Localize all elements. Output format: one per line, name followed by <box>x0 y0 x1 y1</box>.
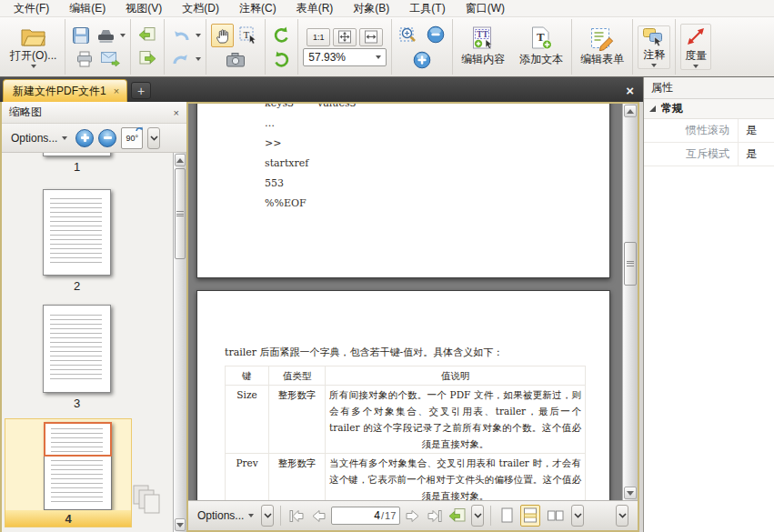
rotate-90-button[interactable]: 90° <box>121 127 143 149</box>
redo-dropdown-caret-icon[interactable] <box>196 57 201 61</box>
page3-line: 553 <box>265 174 609 194</box>
scan-button[interactable] <box>95 25 117 46</box>
select-text-button[interactable]: T <box>236 24 260 47</box>
document-view[interactable]: keys3 values3 … >> startxref 553 %%EOF t… <box>186 102 639 532</box>
menu-document[interactable]: 文档(D) <box>172 0 229 17</box>
prev-page-button[interactable] <box>310 507 327 525</box>
viewport-indicator[interactable] <box>44 422 112 457</box>
actual-size-button[interactable]: 1:1 <box>307 28 330 46</box>
paste-back-button[interactable] <box>136 25 159 46</box>
scroll-up-button[interactable] <box>624 105 637 117</box>
nav-options-button[interactable]: Options... <box>194 507 257 525</box>
triangle-up-icon <box>176 158 184 163</box>
scroll-down-button[interactable] <box>624 487 637 499</box>
layout-expand-button[interactable] <box>571 505 584 527</box>
menu-tools[interactable]: 工具(T) <box>399 0 455 17</box>
open-dropdown-caret-icon[interactable] <box>31 65 36 68</box>
continuous-view-button[interactable] <box>520 505 540 527</box>
previous-view-button[interactable] <box>447 507 467 525</box>
thumbnail-options-button[interactable]: Options... <box>7 129 71 147</box>
property-value[interactable]: 是 <box>739 123 757 138</box>
comment-button[interactable]: 注释 <box>638 25 670 69</box>
menu-view[interactable]: 视图(V) <box>116 0 172 17</box>
first-page-icon <box>288 508 306 524</box>
last-page-button[interactable] <box>425 507 444 525</box>
edit-content-label: 编辑内容 <box>461 52 505 67</box>
comment-dropdown-caret-icon[interactable] <box>651 64 657 67</box>
thumbnail-page-2[interactable] <box>43 189 111 276</box>
menu-edit[interactable]: 编辑(E) <box>59 0 116 17</box>
scan-dropdown-caret-icon[interactable] <box>120 34 126 37</box>
property-value[interactable]: 是 <box>739 146 757 162</box>
thumbnail-page-4[interactable] <box>44 422 112 510</box>
tab-close-icon[interactable]: × <box>114 86 119 95</box>
hand-tool-button[interactable] <box>211 24 234 47</box>
next-page-button[interactable] <box>404 507 421 525</box>
scrollbar-thumb[interactable] <box>175 168 186 259</box>
facing-view-button[interactable] <box>544 506 568 526</box>
chevron-down-icon <box>474 513 482 518</box>
document-scrollbar[interactable] <box>622 104 638 500</box>
new-tab-button[interactable]: + <box>131 82 151 99</box>
thumbnail-scrollbar[interactable] <box>173 153 186 532</box>
add-text-button[interactable]: T 添加文本 <box>516 25 567 68</box>
email-button[interactable] <box>98 48 123 70</box>
measure-dropdown-caret-icon[interactable] <box>693 65 699 68</box>
edit-form-button[interactable]: 编辑表单 <box>577 26 628 68</box>
thumbnail-options-caret-icon <box>62 136 67 140</box>
print-button[interactable] <box>74 48 95 70</box>
open-folder-icon <box>21 26 46 47</box>
page-number-input[interactable] <box>353 509 380 522</box>
triangle-down-icon <box>176 523 184 527</box>
scroll-up-button[interactable] <box>175 154 186 166</box>
fit-width-button[interactable] <box>359 28 383 46</box>
undo-button[interactable] <box>169 25 193 46</box>
page-stack-icon <box>132 484 163 517</box>
thumbnail-page-3[interactable] <box>43 305 111 393</box>
menu-file[interactable]: 文件(F) <box>4 0 59 17</box>
tabbar-close-icon[interactable]: × <box>626 85 634 97</box>
first-page-button[interactable] <box>287 507 307 525</box>
edit-content-button[interactable]: T T 编辑内容 <box>457 25 508 68</box>
rotate-more-button[interactable] <box>147 127 160 149</box>
thumbnail-number-4: 4 <box>5 510 131 527</box>
menu-window[interactable]: 窗口(W) <box>456 0 515 17</box>
toolbar-overflow-button[interactable] <box>616 505 628 527</box>
scrollbar-thumb[interactable] <box>624 242 637 286</box>
open-group: 打开(O)... <box>2 19 65 75</box>
rotate-ccw-button[interactable] <box>270 24 293 46</box>
view-history-expand-button[interactable] <box>471 505 484 527</box>
zoom-out-button[interactable] <box>424 23 447 46</box>
single-page-view-button[interactable] <box>498 505 517 527</box>
measure-button[interactable]: 度量 <box>680 24 711 70</box>
rotate-group <box>266 19 298 75</box>
paste-forward-button[interactable] <box>136 48 159 70</box>
nav-options-label: Options... <box>197 509 244 522</box>
rotate-cw-button[interactable] <box>270 48 293 71</box>
zoom-dropdown-caret-icon <box>376 55 381 59</box>
snapshot-button[interactable] <box>224 49 247 71</box>
undo-dropdown-caret-icon[interactable] <box>196 34 201 37</box>
menu-object[interactable]: 对象(B) <box>343 0 399 17</box>
thumbnail-zoom-in-button[interactable] <box>75 129 94 147</box>
zoom-level-select[interactable]: 57.93% <box>303 48 387 66</box>
pdf-page-4: trailer 后面紧跟一个字典，包含若干键-值对。具体含义如下： 键 值类型 … <box>196 290 610 532</box>
redo-button[interactable] <box>169 48 193 70</box>
open-button[interactable]: 打开(O)... <box>6 25 60 69</box>
marquee-zoom-button[interactable] <box>397 23 421 46</box>
fit-page-button[interactable] <box>333 28 357 46</box>
properties-section-general[interactable]: 常规 <box>644 99 774 119</box>
thumbnail-zoom-out-button[interactable] <box>98 129 116 147</box>
zoom-in-button[interactable] <box>410 48 434 72</box>
rotate-90-label: 90° <box>126 134 139 143</box>
thumbnail-page-1[interactable] <box>43 153 111 156</box>
thumbnail-panel-close-icon[interactable]: × <box>174 107 179 118</box>
menu-comment[interactable]: 注释(C) <box>229 0 286 17</box>
page3-line: … <box>265 114 609 134</box>
nav-options-expand-button[interactable] <box>261 505 274 527</box>
menu-form[interactable]: 表单(R) <box>286 0 344 17</box>
scroll-down-button[interactable] <box>175 518 186 531</box>
tab-active-document[interactable]: 新建文件PDF文件1 × <box>3 79 127 102</box>
comment-label: 注释 <box>643 47 665 63</box>
save-button[interactable] <box>70 25 92 46</box>
